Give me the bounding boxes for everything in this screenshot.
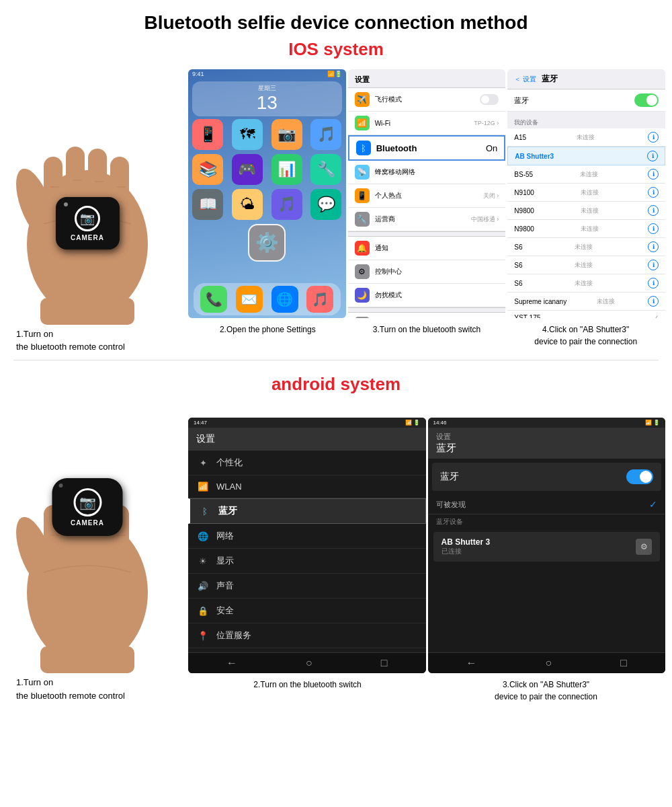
android-settings-title: 设置	[188, 428, 426, 451]
ios-bt-pairing-screen: ＜ 设置 蓝牙 蓝牙 我的设备 A15 未连接 ℹ	[507, 69, 665, 318]
android-bt-toggle[interactable]	[626, 469, 653, 484]
bt-info-icon[interactable]: ℹ	[648, 241, 659, 252]
android-section-title: android system	[0, 360, 672, 404]
android-device-name: AB Shutter 3	[442, 537, 636, 547]
ios-step1-line2: the bluetooth remote control	[13, 336, 128, 352]
ios-hand-col: 📷 CAMERA 1.Turn on the bluetooth remote …	[7, 69, 188, 353]
bt-pairing-header: ＜ 设置 蓝牙	[507, 69, 665, 89]
android-step2-caption: 2.Turn on the bluetooth switch	[188, 679, 427, 691]
bt-info-icon[interactable]: ℹ	[648, 278, 659, 289]
bluetooth-highlight-row: ᛒ Bluetooth On	[348, 135, 506, 161]
android-menu-item: 📍 位置服务	[188, 623, 426, 648]
android-bt-toggle-label: 蓝牙	[440, 471, 459, 483]
bt-toggle[interactable]	[634, 93, 659, 107]
bluetooth-icon: ᛒ	[356, 141, 371, 155]
bt-device-row: BS-55 未连接 ℹ	[507, 165, 665, 184]
ios-section-title: IOS system	[0, 36, 672, 69]
svg-rect-10	[40, 298, 134, 325]
bt-info-icon[interactable]: ℹ	[648, 296, 659, 307]
android-step1-line2: the bluetooth remote control	[13, 685, 128, 701]
android-status-bar-1: 14:47 📶 🔋	[188, 418, 426, 428]
bt-device-row: N9100 未连接 ℹ	[507, 184, 665, 202]
bt-info-icon[interactable]: ℹ	[648, 132, 659, 143]
ios-settings-screen: 设置 ✈️ 飞行模式 📶 Wi-Fi	[348, 69, 506, 318]
bt-device-row-selected: AB Shutter3 ℹ	[507, 147, 665, 165]
android-screens-col: 14:47 📶 🔋 设置 ✦ 个性化	[188, 418, 665, 703]
ios-camera-label: CAMERA	[71, 234, 104, 241]
settings-header: 设置	[348, 69, 506, 88]
bt-info-icon[interactable]: ℹ	[648, 205, 659, 216]
android-bt-header: 设置 蓝牙	[428, 428, 666, 459]
android-hand-col: 📷 CAMERA 1.Turn on the bluetooth remote …	[7, 418, 188, 701]
bt-device-row: N9800 未连接 ℹ	[507, 220, 665, 238]
bt-device-row: Supreme icanany 未连接 ℹ	[507, 293, 665, 311]
android-step3-caption: 3.Click on "AB Shutter3" device to pair …	[427, 679, 665, 703]
ios-step4-caption: 4.Click on "AB Shutter3" device to pair …	[506, 323, 665, 348]
ios-section: 📷 CAMERA 1.Turn on the bluetooth remote …	[0, 69, 672, 353]
bluetooth-text: Bluetooth	[376, 143, 486, 153]
android-menu-item: ☀ 显示	[188, 549, 426, 574]
bt-info-icon[interactable]: ℹ	[648, 260, 659, 270]
android-bt-devices-header: 蓝牙设备	[428, 514, 666, 529]
android-captions-row: 2.Turn on the bluetooth switch 3.Click o…	[188, 673, 665, 703]
bt-info-icon[interactable]: ℹ	[648, 169, 659, 180]
bt-device-row: S6 未连接 ℹ	[507, 274, 665, 293]
ios-step2-caption: 2.Open the phone Settings	[188, 323, 347, 348]
bt-device-row: S6 未连接 ℹ	[507, 238, 665, 256]
bluetooth-on-text: On	[486, 143, 497, 153]
android-menu-item: ✦ 个性化	[188, 451, 426, 475]
svg-rect-21	[40, 646, 134, 673]
android-device-settings-icon[interactable]: ⚙	[636, 539, 652, 555]
bt-pairing-title: 蓝牙	[542, 73, 558, 85]
android-bt-nav-bar: ← ○ □	[428, 652, 666, 673]
android-discoverable: 可被发现 ✓	[428, 495, 666, 514]
ios-captions-row: 2.Open the phone Settings 3.Turn on the …	[188, 318, 665, 348]
back-nav-icon-2[interactable]: ←	[466, 657, 477, 669]
bt-toggle-label: 蓝牙	[514, 95, 529, 106]
ios-home-screen: 9:41 📶🔋 星期三 13 📱 🗺 📷	[188, 69, 346, 318]
bt-info-icon-selected[interactable]: ℹ	[647, 151, 658, 161]
bt-back-link: ＜ 设置	[514, 75, 536, 84]
ios-status-bar: 9:41 📶🔋	[188, 69, 346, 79]
android-menu-item: 🔊 声音	[188, 574, 426, 599]
bt-device-row: YST-175 ✓	[507, 311, 665, 318]
android-paired-device: AB Shutter 3 已连接 ⚙	[433, 532, 661, 562]
bt-device-row: A15 未连接 ℹ	[507, 128, 665, 147]
bt-device-row: S6 未连接 ℹ	[507, 256, 665, 274]
android-nav-bar: ← ○ □	[188, 652, 426, 673]
android-camera-device: 📷 CAMERA	[52, 478, 123, 536]
android-menu-item: 🔒 安全	[188, 599, 426, 623]
android-settings-screen: 14:47 📶 🔋 设置 ✦ 个性化	[188, 418, 426, 673]
page-title: Bluetooth selfie device connection metho…	[0, 0, 672, 36]
android-menu-item: 📶 WLAN	[188, 475, 426, 498]
bt-section-header: 我的设备	[507, 116, 665, 128]
home-nav-icon[interactable]: ○	[306, 657, 312, 669]
android-bt-screen: 14:46 📶 🔋 设置 蓝牙 蓝牙	[428, 418, 666, 673]
hand-illustration-android	[7, 418, 168, 673]
bt-info-icon[interactable]: ℹ	[648, 187, 659, 198]
android-device-status: 已连接	[442, 547, 636, 556]
android-bluetooth-item: ᛒ 蓝牙	[188, 498, 426, 524]
android-section: 📷 CAMERA 1.Turn on the bluetooth remote …	[0, 418, 672, 703]
home-nav-icon-2[interactable]: ○	[546, 657, 552, 669]
bt-device-row: N9800 未连接 ℹ	[507, 202, 665, 220]
android-menu-item: 🌐 网络	[188, 524, 426, 549]
bt-info-icon[interactable]: ℹ	[648, 223, 659, 234]
recent-nav-icon[interactable]: □	[381, 657, 388, 669]
recent-nav-icon-2[interactable]: □	[620, 657, 627, 669]
android-bt-toggle-row: 蓝牙	[432, 463, 662, 491]
android-status-bar-2: 14:46 📶 🔋	[428, 418, 666, 428]
ios-step3-caption: 3.Turn on the bluetooth switch	[347, 323, 507, 348]
back-nav-icon[interactable]: ←	[226, 657, 237, 669]
ios-screens-col: 9:41 📶🔋 星期三 13 📱 🗺 📷	[188, 69, 665, 348]
android-camera-label: CAMERA	[71, 519, 104, 527]
ios-camera-device: 📷 CAMERA	[56, 130, 120, 182]
